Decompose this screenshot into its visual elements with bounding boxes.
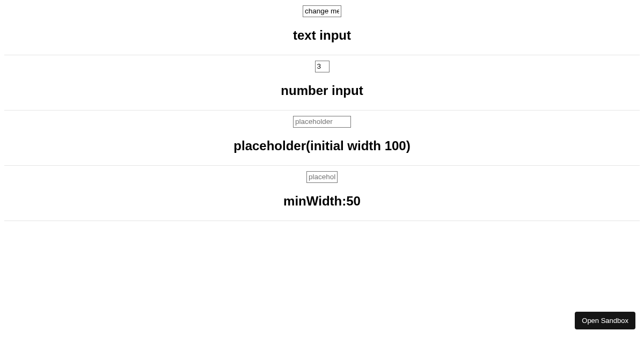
number-input-label: number input — [4, 83, 640, 98]
open-sandbox-button[interactable]: Open Sandbox — [575, 312, 635, 329]
number-input[interactable] — [315, 61, 330, 72]
text-input-label: text input — [4, 28, 640, 43]
text-input[interactable] — [303, 5, 341, 17]
minwidth-input[interactable] — [306, 171, 338, 183]
section-text-input: text input — [4, 0, 640, 55]
minwidth-input-label: minWidth:50 — [4, 194, 640, 209]
placeholder-input-label: placeholder(initial width 100) — [4, 138, 640, 153]
section-placeholder-width: placeholder(initial width 100) — [4, 111, 640, 166]
placeholder-input[interactable] — [293, 116, 351, 128]
section-minwidth: minWidth:50 — [4, 166, 640, 221]
section-number-input: number input — [4, 55, 640, 111]
demo-container: text input number input placeholder(init… — [0, 0, 644, 221]
